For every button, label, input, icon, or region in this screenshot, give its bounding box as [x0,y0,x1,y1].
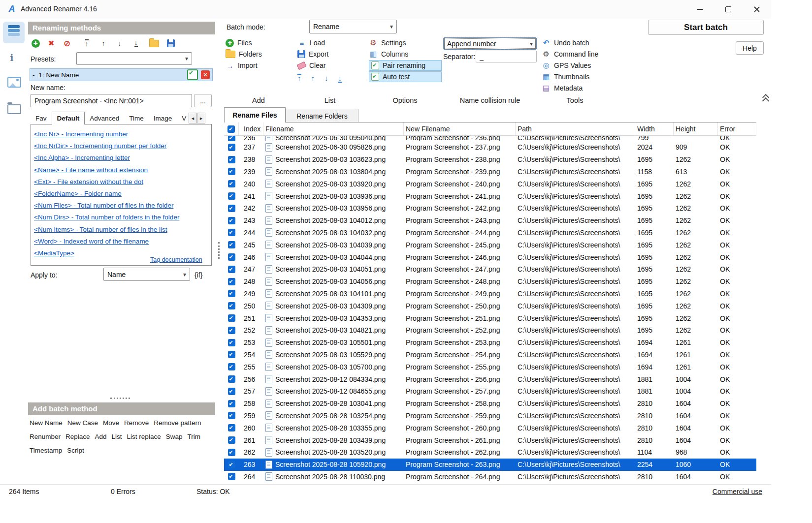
tag-link[interactable]: <Num Items> - Total number of files in t… [34,224,208,236]
table-row[interactable]: 260Screenshot 2025-08-28 103355.pngProgr… [224,422,756,434]
table-row[interactable]: 257Screenshot 2025-08-12 084655.pngProgr… [224,385,756,398]
column-header-height[interactable]: Height [674,123,718,135]
row-checkbox[interactable] [228,400,235,407]
tab-scroll-right-button[interactable]: ▸ [197,113,205,123]
tag-link[interactable]: <Inc Alpha> - Incrementing letter [34,152,208,164]
row-checkbox[interactable] [228,461,235,468]
tag-link[interactable]: <Num Dirs> - Total number of folders in … [34,212,208,223]
remove-all-methods-button[interactable]: ⊘ [61,37,73,49]
table-row[interactable]: 253Screenshot 2025-08-03 105501.pngProgr… [224,337,756,349]
thumbnails-button[interactable]: ▦Thumbnails [542,71,616,82]
row-checkbox[interactable] [228,449,235,456]
column-header-index[interactable]: Index [239,123,263,135]
save-preset-button[interactable] [164,37,177,49]
table-row[interactable]: 249Screenshot 2025-08-03 104101.pngProgr… [224,288,756,300]
method-remove[interactable]: Remove [124,419,149,427]
row-checkbox[interactable] [228,205,235,212]
tab-rename-folders[interactable]: Rename Folders [286,109,358,123]
table-row[interactable]: 263Screenshot 2025-08-28 105920.pngProgr… [224,459,756,471]
column-header-width[interactable]: Width [635,123,674,135]
row-checkbox[interactable] [228,412,235,419]
collapse-indicator[interactable]: - [32,71,35,79]
row-checkbox[interactable] [228,217,235,224]
row-checkbox[interactable] [228,180,235,187]
row-checkbox[interactable] [228,241,235,248]
settings-button[interactable]: ⚙Settings [369,37,443,48]
separator-input[interactable] [476,51,537,62]
table-row[interactable]: 239Screenshot 2025-08-03 103804.pngProgr… [224,166,756,178]
method-enabled-checkbox[interactable] [187,69,198,80]
panel-splitter[interactable] [218,242,220,259]
move-method-bottom-button[interactable]: ↓ [130,37,142,49]
tag-documentation-link[interactable]: Tag documentation [150,256,202,521]
table-row[interactable]: 243Screenshot 2025-08-03 104012.pngProgr… [224,215,756,227]
files-button[interactable]: ✚Files [226,37,292,48]
method-add[interactable]: Add [95,433,107,440]
tag-tab-v[interactable]: V [177,113,187,124]
command-line-button[interactable]: ⚙Command line [542,49,616,60]
table-row[interactable]: 242Screenshot 2025-08-03 103956.pngProgr… [224,202,756,215]
table-row[interactable]: 246Screenshot 2025-08-03 104044.pngProgr… [224,251,756,263]
tag-tab-fav[interactable]: Fav [31,113,52,124]
list-move-top-button[interactable]: ↑ [297,74,301,83]
table-row[interactable]: 262Screenshot 2025-08-28 103520.pngProgr… [224,446,756,459]
folder-icon[interactable] [7,104,21,114]
undo-batch-button[interactable]: ↶Undo batch [542,37,616,48]
list-move-down-button[interactable]: ↓ [325,74,328,83]
row-checkbox[interactable] [228,351,235,358]
presets-dropdown[interactable]: ▾ [76,52,192,65]
close-button[interactable] [743,0,771,19]
import-button[interactable]: →Import [226,60,292,71]
method-renumber[interactable]: Renumber [30,433,61,440]
method-list[interactable]: List [112,433,122,440]
tag-tab-default[interactable]: Default [52,112,85,124]
list-move-up-button[interactable]: ↑ [311,74,315,83]
tag-link[interactable]: <Num Files> - Total number of files in t… [34,200,208,212]
tag-tab-image[interactable]: Image [149,113,177,124]
info-icon[interactable]: ℹ [10,52,13,63]
method-move[interactable]: Move [103,419,119,427]
tag-tab-advanced[interactable]: Advanced [85,113,124,124]
columns-button[interactable]: ▥Columns [369,49,443,60]
row-checkbox[interactable] [228,375,235,383]
folders-button[interactable]: Folders [226,49,292,60]
tag-link[interactable]: <Inc Nr> - Incrementing number [34,128,208,140]
clear-button[interactable]: Clear [297,60,364,71]
method-remove-pattern[interactable]: Remove pattern [154,419,201,427]
browse-button[interactable]: ... [194,94,212,107]
metadata-button[interactable]: ▤Metadata [542,83,616,93]
method-item-new-name[interactable]: - 1: New Name ✕ [30,68,213,81]
add-method-button[interactable]: ✚ [29,37,42,49]
remove-method-button[interactable]: ✖ [45,37,58,49]
method-timestamp[interactable]: Timestamp [30,447,62,454]
table-row[interactable]: 259Screenshot 2025-08-28 103254.pngProgr… [224,410,756,422]
minimize-button[interactable] [685,0,714,19]
row-checkbox[interactable] [228,473,235,480]
method-delete-button[interactable]: ✕ [201,70,210,79]
row-checkbox[interactable] [228,136,235,141]
column-header-path[interactable]: Path [516,123,635,135]
row-checkbox[interactable] [228,363,235,370]
if-badge[interactable]: {if} [195,271,202,279]
row-checkbox[interactable] [228,327,235,334]
select-all-checkbox[interactable] [227,125,235,133]
column-header-error[interactable]: Error [718,123,756,135]
move-method-up-button[interactable]: ↑ [97,37,110,49]
table-row[interactable]: 248Screenshot 2025-08-03 104056.pngProgr… [224,276,756,288]
method-replace[interactable]: Replace [65,433,90,440]
method-new-name[interactable]: New Name [30,419,63,427]
tag-link[interactable]: <FolderName> - Folder name [34,188,208,200]
collision-rule-dropdown[interactable]: Append number ▾ [443,37,537,50]
export-button[interactable]: Export [297,49,364,60]
table-row[interactable]: 237Screenshot 2025-06-30 095826.pngProgr… [224,141,756,154]
row-checkbox[interactable] [228,144,235,151]
commercial-use-link[interactable]: Commercial use [713,488,762,495]
tag-link[interactable]: <Word> - Indexed word of the filename [34,236,208,247]
start-batch-button[interactable]: Start batch [648,20,764,35]
row-checkbox[interactable] [228,278,235,285]
row-checkbox[interactable] [228,436,235,444]
row-checkbox[interactable] [228,168,235,175]
new-name-input[interactable] [31,94,192,107]
tab-scroll-left-button[interactable]: ◂ [189,113,197,123]
row-checkbox[interactable] [228,290,235,297]
